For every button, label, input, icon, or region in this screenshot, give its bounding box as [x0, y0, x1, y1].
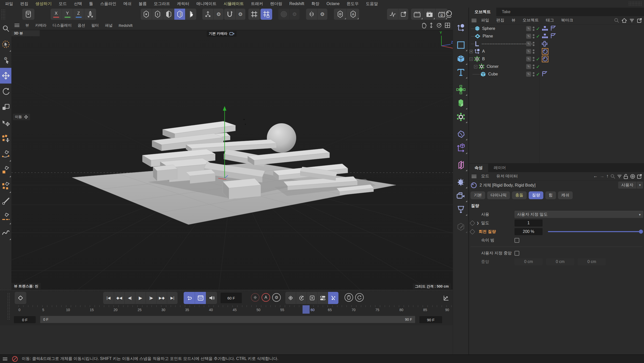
volume-builder-button[interactable] — [454, 97, 468, 110]
dolly-icon[interactable] — [429, 22, 434, 28]
visibility-dots[interactable] — [533, 57, 534, 61]
visibility-dots[interactable] — [533, 72, 534, 76]
play-sound-frames-button[interactable] — [195, 292, 206, 304]
sketch-tool[interactable] — [0, 225, 11, 240]
visibility-dots[interactable] — [533, 49, 534, 54]
density-input[interactable]: 1 — [514, 219, 543, 227]
edit-toggle[interactable]: ✎ — [526, 26, 531, 31]
lock-x-axis-button[interactable]: X — [51, 9, 62, 20]
xpresso-axis-button[interactable] — [454, 141, 468, 154]
enable-check[interactable]: ✓ — [536, 56, 540, 62]
toolbar-grip-handle[interactable] — [1, 9, 5, 19]
spline-primitive-button[interactable] — [454, 38, 468, 52]
simulation-tag-icon[interactable] — [542, 33, 548, 39]
section-mass[interactable]: 질량 — [529, 191, 543, 199]
rotate-tool[interactable] — [0, 84, 11, 99]
playhead[interactable] — [303, 305, 310, 314]
edit-toggle[interactable]: ✎ — [526, 64, 531, 69]
menu-window[interactable]: 윈도우 — [343, 1, 362, 7]
om-menu-icon[interactable] — [471, 19, 476, 22]
falloff-settings-button[interactable]: ⚙ — [289, 9, 299, 20]
current-frame-field[interactable]: 60 F — [221, 293, 242, 303]
sound-toggle-button[interactable] — [206, 292, 217, 304]
viewport-camera-label[interactable]: 기본 카메라 — [207, 31, 237, 37]
timeline-ruler[interactable]: 0 5 10 15 20 25 30 35 40 45 50 55 60 65 … — [0, 305, 453, 314]
camera-icon[interactable] — [229, 32, 234, 36]
sphere-object[interactable] — [267, 123, 296, 153]
camera-object-button[interactable] — [454, 189, 468, 203]
use-density-dropdown[interactable]: 사용자 지정 밀도 ▼ — [514, 211, 643, 218]
autokey-record-button[interactable] — [251, 293, 260, 302]
vp-menu-filter[interactable]: 필터 — [89, 23, 102, 28]
menu-volume[interactable]: 볼륨 — [135, 1, 150, 7]
point-mode-button[interactable] — [152, 9, 163, 20]
tree-row-a[interactable]: + A ✎✓ — [469, 48, 644, 55]
menu-render[interactable]: 렌더링 — [267, 1, 286, 7]
animation-curve-button[interactable] — [387, 9, 398, 20]
filter-icon[interactable] — [629, 18, 634, 23]
enable-check[interactable]: ✓ — [536, 26, 540, 32]
phong-tag-icon[interactable] — [550, 26, 556, 32]
prev-frame-button[interactable]: ◀| — [124, 292, 135, 304]
grid-snap-button[interactable] — [248, 9, 260, 20]
goto-start-button[interactable]: |◀ — [103, 292, 114, 304]
toggle-views-icon[interactable] — [445, 23, 450, 28]
menu-character[interactable]: 캐릭터 — [174, 1, 193, 7]
section-dynamics[interactable]: 다이나믹 — [487, 191, 510, 199]
menu-mode[interactable]: 모드 — [55, 1, 70, 7]
preview-range-slider[interactable]: 0 F 90 F — [40, 316, 415, 323]
collapse-toggle[interactable]: − — [469, 57, 473, 61]
visibility-dots[interactable] — [533, 34, 534, 38]
workplane-align-button[interactable]: A — [347, 9, 359, 20]
next-frame-button[interactable]: |▶ — [146, 292, 156, 304]
visibility-dots[interactable] — [533, 42, 534, 46]
tab-attributes[interactable]: 속성 — [469, 164, 488, 172]
filter-icon[interactable] — [617, 174, 622, 179]
move-tool[interactable] — [0, 68, 11, 84]
vp-menu-camera[interactable]: 카메라 — [32, 23, 49, 28]
bend-deformer-button[interactable] — [454, 128, 468, 141]
edit-toggle[interactable]: ✎ — [526, 72, 531, 77]
lock-y-axis-button[interactable]: Y — [62, 9, 73, 20]
magnet-snap-button[interactable] — [224, 9, 235, 20]
rigid-body-tag-selected[interactable] — [542, 56, 548, 62]
rot-mass-slider[interactable] — [548, 228, 642, 235]
floor-object-button[interactable] — [454, 203, 468, 216]
line-cut-tool[interactable] — [0, 209, 11, 225]
keyframe-dot[interactable] — [470, 220, 475, 226]
tree-row-sphere[interactable]: Sphere ✎✓ — [469, 25, 644, 32]
tree-row-separator[interactable]: -------------------------------- ✎✓ — [469, 40, 644, 48]
model-mode-button[interactable] — [141, 9, 152, 20]
center-z-input[interactable]: 0 cm — [578, 258, 606, 265]
om-menu-file[interactable]: 파일 — [478, 18, 492, 23]
constraint-tag-icon[interactable] — [542, 41, 547, 47]
polygon-pen-tool[interactable] — [0, 162, 11, 178]
cloner-button[interactable] — [454, 110, 468, 124]
menu-tool[interactable]: 툴 — [85, 1, 97, 7]
object-name[interactable]: A — [482, 49, 485, 54]
render-view-button[interactable] — [411, 9, 423, 20]
edit-toggle[interactable]: ✎ — [526, 34, 531, 39]
polygon-mode-button[interactable] — [174, 9, 185, 20]
vp-menu-view[interactable]: 뷰 — [23, 23, 32, 28]
object-name[interactable]: Plane — [483, 34, 493, 38]
am-menu-mode[interactable]: 모드 — [478, 174, 492, 179]
center-y-input[interactable]: 0 cm — [546, 258, 574, 265]
menu-redshift[interactable]: Redshift — [286, 2, 308, 6]
viewport-view-label[interactable]: 3D 뷰 — [11, 30, 40, 36]
menu-help[interactable]: 도움말 — [362, 1, 381, 7]
edit-toggle[interactable]: ✎ — [526, 41, 531, 46]
search-icon[interactable] — [614, 18, 619, 23]
viewport-menu-icon[interactable] — [14, 24, 19, 27]
menu-mesh[interactable]: 메쉬 — [120, 1, 135, 7]
preset-label[interactable]: 사용자 — [618, 182, 636, 189]
record-keyframe-button[interactable] — [15, 292, 26, 304]
key-parameters-button[interactable] — [317, 292, 328, 304]
forward-arrow-icon[interactable]: → — [600, 173, 604, 179]
autokey-toggle-button[interactable]: A — [262, 293, 270, 302]
section-basic[interactable]: 기본 — [470, 191, 485, 199]
phong-tag-icon[interactable] — [542, 71, 547, 77]
range-end-field[interactable]: 90 F — [419, 316, 442, 323]
custom-center-checkbox[interactable] — [514, 251, 519, 256]
tree-row-cloner[interactable]: − Cloner ✎✓ — [469, 63, 644, 70]
